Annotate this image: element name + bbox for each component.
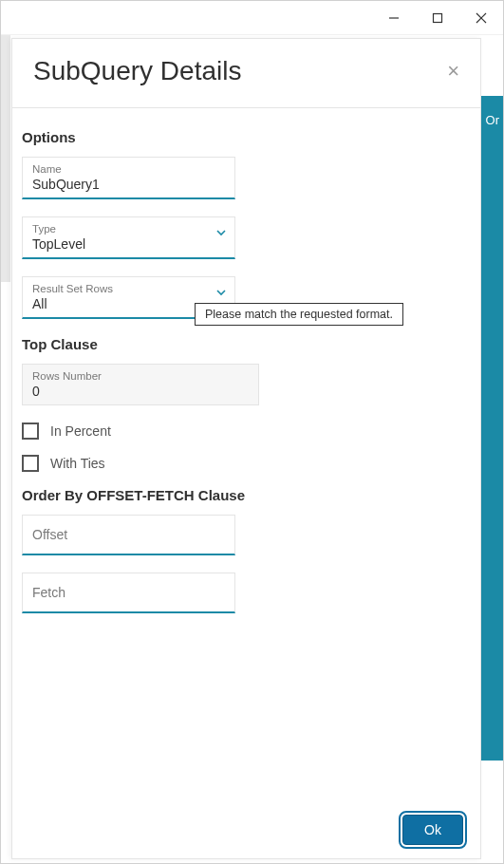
offset-placeholder: Offset	[32, 527, 225, 542]
name-value: SubQuery1	[32, 177, 225, 192]
background-right-panel	[478, 96, 503, 761]
top-clause-section-title: Top Clause	[22, 336, 471, 352]
close-icon	[476, 12, 487, 24]
subquery-details-dialog: SubQuery Details × Options Name SubQuery…	[11, 38, 481, 859]
ok-button[interactable]: Ok	[402, 815, 463, 845]
name-label: Name	[32, 163, 225, 175]
rows-number-field[interactable]: Rows Number 0	[22, 364, 259, 405]
type-select[interactable]: Type TopLevel	[22, 216, 235, 259]
chevron-down-icon	[215, 225, 227, 242]
validation-tooltip: Please match the requested format.	[195, 303, 403, 326]
with-ties-checkbox[interactable]	[22, 455, 39, 472]
in-percent-row: In Percent	[22, 423, 471, 440]
offset-field[interactable]: Offset	[22, 515, 235, 555]
type-label: Type	[32, 223, 225, 235]
rows-number-value: 0	[32, 384, 249, 399]
background-right-label: Or	[486, 113, 499, 127]
maximize-icon	[432, 12, 443, 24]
dialog-body: Options Name SubQuery1 Type TopLevel Res…	[12, 108, 480, 801]
svg-rect-1	[434, 13, 442, 22]
minimize-button[interactable]	[372, 1, 416, 35]
titlebar	[1, 1, 503, 35]
chevron-down-icon	[215, 285, 227, 302]
dialog-close-button[interactable]: ×	[447, 59, 459, 84]
rows-number-label: Rows Number	[32, 370, 249, 382]
type-value: TopLevel	[32, 236, 225, 252]
minimize-icon	[388, 12, 400, 24]
dialog-footer: Ok	[12, 801, 480, 858]
with-ties-label: With Ties	[50, 456, 105, 471]
fetch-placeholder: Fetch	[32, 585, 225, 600]
options-section-title: Options	[22, 129, 471, 145]
background-left-strip	[1, 35, 10, 282]
name-field[interactable]: Name SubQuery1	[22, 157, 235, 199]
dialog-title: SubQuery Details	[33, 56, 241, 86]
result-set-label: Result Set Rows	[32, 283, 225, 294]
with-ties-row: With Ties	[22, 455, 471, 472]
maximize-button[interactable]	[416, 1, 459, 35]
fetch-field[interactable]: Fetch	[22, 573, 235, 613]
app-window: Or SubQuery Details × Options Name SubQu…	[0, 0, 504, 864]
in-percent-checkbox[interactable]	[22, 423, 39, 440]
dialog-header: SubQuery Details ×	[12, 39, 480, 108]
order-by-section-title: Order By OFFSET-FETCH Clause	[22, 487, 471, 503]
close-window-button[interactable]	[459, 1, 503, 35]
in-percent-label: In Percent	[50, 423, 111, 439]
